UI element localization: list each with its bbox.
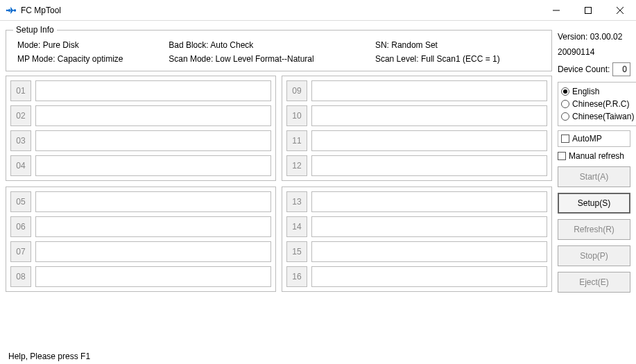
setup-button[interactable]: Setup(S) [558, 193, 630, 214]
slot-field-15[interactable] [311, 241, 547, 262]
radio-chinese-prc[interactable]: Chinese(P.R.C) [561, 99, 634, 109]
start-button[interactable]: Start(A) [558, 166, 630, 187]
slot-num-05[interactable]: 05 [10, 191, 31, 212]
checkbox-icon [558, 152, 566, 160]
setup-mp-mode: MP Mode: Capacity optimize [17, 54, 169, 64]
refresh-button[interactable]: Refresh(R) [558, 219, 630, 240]
manual-refresh-label: Manual refresh [569, 151, 624, 161]
date-label: 20090114 [558, 47, 630, 57]
slot-num-16[interactable]: 16 [286, 266, 307, 287]
radio-english-label: English [572, 87, 599, 96]
slot-field-01[interactable] [35, 80, 271, 101]
slot-num-01[interactable]: 01 [10, 80, 31, 101]
setup-mode: Mode: Pure Disk [17, 40, 169, 50]
slot-field-09[interactable] [311, 80, 547, 101]
automp-label: AutoMP [572, 134, 602, 144]
device-count-value: 0 [612, 62, 630, 76]
slot-field-08[interactable] [35, 266, 271, 287]
stop-button[interactable]: Stop(P) [558, 245, 630, 266]
slot-field-07[interactable] [35, 241, 271, 262]
minimize-button[interactable] [540, 0, 572, 20]
close-icon [617, 7, 624, 14]
slot-field-03[interactable] [35, 130, 271, 151]
radio-chinese-tw-label: Chinese(Taiwan) [572, 112, 634, 121]
close-button[interactable] [604, 0, 636, 20]
radio-icon [561, 112, 569, 121]
svg-rect-1 [14, 9, 16, 11]
radio-icon [561, 87, 569, 96]
eject-button[interactable]: Eject(E) [558, 272, 630, 293]
checkbox-manual-refresh[interactable]: Manual refresh [558, 151, 630, 161]
slot-num-09[interactable]: 09 [286, 80, 307, 101]
radio-icon [561, 100, 569, 108]
slot-num-10[interactable]: 10 [286, 105, 307, 126]
device-count-label: Device Count: [558, 64, 610, 74]
slot-num-02[interactable]: 02 [10, 105, 31, 126]
checkbox-icon [561, 135, 569, 143]
slot-field-16[interactable] [311, 266, 547, 287]
slot-num-14[interactable]: 14 [286, 216, 307, 237]
slot-field-11[interactable] [311, 130, 547, 151]
slot-field-13[interactable] [311, 191, 547, 212]
slot-field-10[interactable] [311, 105, 547, 126]
slot-num-11[interactable]: 11 [286, 130, 307, 151]
titlebar: FC MpTool [0, 0, 636, 21]
checkbox-automp[interactable]: AutoMP [561, 134, 627, 144]
slot-field-04[interactable] [35, 155, 271, 176]
setup-info-group: Setup Info Mode: Pure Disk Bad Block: Au… [6, 25, 552, 71]
setup-sn: SN: Random Set [375, 40, 540, 50]
slot-num-08[interactable]: 08 [10, 266, 31, 287]
slot-num-07[interactable]: 07 [10, 241, 31, 262]
slot-num-04[interactable]: 04 [10, 155, 31, 176]
slot-field-14[interactable] [311, 216, 547, 237]
radio-english[interactable]: English [561, 87, 634, 96]
slot-field-12[interactable] [311, 155, 547, 176]
slot-group-4: 13 14 15 16 [282, 187, 552, 292]
minimize-icon [553, 7, 560, 14]
language-group: English Chinese(P.R.C) Chinese(Taiwan) [558, 82, 636, 126]
version-label: Version: 03.00.02 [558, 32, 630, 42]
usb-icon [6, 5, 17, 16]
slot-num-12[interactable]: 12 [286, 155, 307, 176]
slot-num-06[interactable]: 06 [10, 216, 31, 237]
maximize-button[interactable] [572, 0, 604, 20]
slot-group-1: 01 02 03 04 [6, 76, 276, 181]
svg-point-0 [6, 9, 8, 11]
setup-bad-block: Bad Block: Auto Check [169, 40, 375, 50]
slot-field-05[interactable] [35, 191, 271, 212]
maximize-icon [585, 7, 592, 14]
slot-field-02[interactable] [35, 105, 271, 126]
slot-num-03[interactable]: 03 [10, 130, 31, 151]
slot-group-3: 05 06 07 08 [6, 187, 276, 292]
slot-num-13[interactable]: 13 [286, 191, 307, 212]
setup-scan-level: Scan Level: Full Scan1 (ECC = 1) [375, 54, 540, 64]
radio-chinese-prc-label: Chinese(P.R.C) [572, 99, 629, 109]
slot-field-06[interactable] [35, 216, 271, 237]
status-bar: Help, Please press F1 [8, 352, 90, 361]
setup-legend: Setup Info [13, 25, 57, 35]
setup-scan-mode: Scan Mode: Low Level Format--Natural [169, 54, 375, 64]
slot-num-15[interactable]: 15 [286, 241, 307, 262]
svg-rect-3 [585, 7, 592, 13]
slot-group-2: 09 10 11 12 [282, 76, 552, 181]
window-title: FC MpTool [21, 6, 540, 15]
radio-chinese-tw[interactable]: Chinese(Taiwan) [561, 112, 634, 121]
